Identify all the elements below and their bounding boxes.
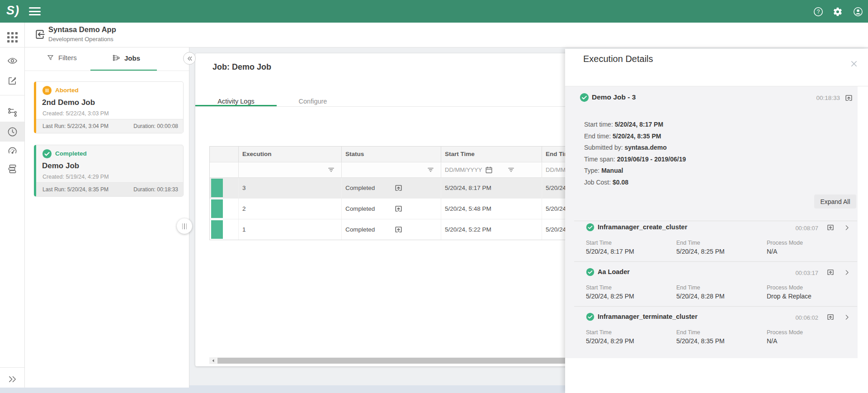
open-execution-icon[interactable] <box>394 184 403 192</box>
back-icon[interactable] <box>34 28 46 40</box>
process-start-label: Start Time <box>586 240 612 246</box>
open-execution-icon[interactable] <box>394 225 403 234</box>
process-start-label: Start Time <box>586 284 612 291</box>
tab-configure[interactable]: Configure <box>286 98 340 105</box>
process-mode-value: N/A <box>767 337 777 345</box>
process-end-value: 5/20/24, 8:25 PM <box>676 248 725 255</box>
app-subtitle: Development Operations <box>48 36 113 43</box>
scroll-left-arrow-icon[interactable] <box>209 357 217 364</box>
pipeline-flow-icon[interactable] <box>7 107 18 118</box>
start-time-filter-cell[interactable]: DD/MM/YYYY <box>441 162 542 177</box>
process-mode-label: Process Mode <box>767 284 803 291</box>
column-header-start-time[interactable]: Start Time <box>441 147 542 162</box>
topbar: S) ? <box>0 0 868 23</box>
job-last-run: Last Run: 5/20/24, 8:35 PM <box>42 183 108 196</box>
process-start-label: Start Time <box>586 329 612 336</box>
divider <box>25 71 189 71</box>
tab-filters-label: Filters <box>58 54 77 62</box>
calendar-icon[interactable] <box>485 166 493 174</box>
account-icon[interactable] <box>853 7 863 17</box>
process-duration: 00:08:07 <box>795 225 818 232</box>
filter-list-icon[interactable] <box>507 166 515 174</box>
view-eye-icon[interactable] <box>7 56 18 66</box>
execution-duration: 00:18:33 <box>816 95 840 101</box>
dashboard-gauge-icon[interactable] <box>7 146 18 156</box>
job-created-date: Created: 5/19/24, 4:29 PM <box>42 174 109 180</box>
tab-jobs[interactable]: Jobs <box>112 54 140 62</box>
process-end-label: End Time <box>676 240 700 246</box>
job-card-demo-job[interactable]: Completed Demo Job Created: 5/19/24, 4:2… <box>34 145 184 197</box>
jobs-flow-icon <box>112 54 120 62</box>
detail-row: End time: 5/20/24, 8:35 PM <box>584 131 686 142</box>
panel-resize-handle[interactable] <box>177 218 192 234</box>
apps-grid-icon[interactable] <box>7 32 18 43</box>
process-mode-label: Process Mode <box>767 240 803 246</box>
divider <box>574 306 857 307</box>
execution-details-list: Start time: 5/20/24, 8:17 PM End time: 5… <box>584 119 686 188</box>
execution-job-name: Demo Job - 3 <box>592 93 636 101</box>
edit-icon[interactable] <box>7 76 18 86</box>
filter-list-icon[interactable] <box>427 166 434 174</box>
execution-start-time: 5/20/24, 5:22 PM <box>441 219 542 240</box>
process-duration: 00:03:17 <box>795 270 818 276</box>
divider <box>574 261 857 262</box>
app-root: S) ? Syntasa Demo App Development Operat… <box>0 0 868 393</box>
execution-details-drawer: Execution Details Demo Job - 3 00:18:33 … <box>565 49 868 393</box>
job-card-2nd-demo-job[interactable]: Aborted 2nd Demo Job Created: 5/22/24, 3… <box>34 81 184 133</box>
settings-gear-icon[interactable] <box>833 7 843 17</box>
run-status-bar <box>211 199 223 218</box>
chevron-right-icon[interactable] <box>843 224 851 232</box>
job-status-badge: Aborted <box>55 87 79 94</box>
hamburger-menu-icon[interactable] <box>29 7 41 15</box>
drawer-title: Execution Details <box>583 54 653 64</box>
completed-check-icon <box>42 149 52 159</box>
open-process-icon[interactable] <box>826 313 835 321</box>
tab-jobs-label: Jobs <box>124 54 140 62</box>
job-duration: Duration: 00:18:33 <box>133 183 178 196</box>
aborted-pause-icon <box>42 85 52 95</box>
collapse-panel-button[interactable] <box>183 52 196 65</box>
filter-funnel-icon <box>47 54 54 62</box>
open-execution-icon[interactable] <box>394 204 403 213</box>
process-mode-value: Drop & Replace <box>767 293 811 300</box>
completed-check-icon <box>580 93 589 102</box>
job-card-footer: Last Run: 5/22/24, 3:04 PM Duration: 00:… <box>36 119 183 133</box>
expand-all-button[interactable]: Expand All <box>814 194 856 208</box>
page-title: Job: Demo Job <box>212 62 271 72</box>
process-mode-label: Process Mode <box>767 329 803 336</box>
open-process-icon[interactable] <box>826 268 835 276</box>
execution-start-time: 5/20/24, 8:17 PM <box>441 178 542 198</box>
expand-sidebar-icon[interactable] <box>7 374 18 384</box>
chevron-right-icon[interactable] <box>843 269 851 276</box>
run-status-bar <box>211 220 223 239</box>
app-header: Syntasa Demo App Development Operations <box>25 23 868 47</box>
detail-row: Time span: 2019/06/19 - 2019/06/19 <box>584 154 686 166</box>
status-filter-cell <box>342 162 441 177</box>
datasets-stack-icon[interactable] <box>7 164 18 174</box>
job-card-title: 2nd Demo Job <box>42 98 95 107</box>
column-header-status[interactable]: Status <box>342 147 441 162</box>
icon-sidebar <box>0 23 25 388</box>
column-header-execution[interactable]: Execution <box>239 147 342 162</box>
job-duration: Duration: 00:00:08 <box>133 119 178 133</box>
tab-filters[interactable]: Filters <box>47 54 77 62</box>
chevron-right-icon[interactable] <box>843 313 851 321</box>
process-duration: 00:06:02 <box>795 314 818 321</box>
process-end-label: End Time <box>676 284 700 291</box>
close-icon[interactable] <box>850 60 858 68</box>
open-execution-icon[interactable] <box>844 94 853 102</box>
job-card-title: Demo Job <box>42 161 79 170</box>
detail-row: Start time: 5/20/24, 8:17 PM <box>584 119 686 131</box>
syntasa-logo[interactable]: S) <box>6 4 19 18</box>
open-process-icon[interactable] <box>826 223 835 232</box>
execution-number: 3 <box>239 178 342 198</box>
filter-list-icon[interactable] <box>327 166 335 174</box>
process-mode-value: N/A <box>767 248 777 255</box>
tab-activity-logs[interactable]: Activity Logs <box>195 98 277 105</box>
detail-row: Job Cost: $0.08 <box>584 177 686 189</box>
detail-row: Type: Manual <box>584 165 686 177</box>
history-clock-icon[interactable] <box>7 127 18 137</box>
process-name: Aa Loader <box>598 268 630 275</box>
completed-check-icon <box>586 223 594 232</box>
help-icon[interactable]: ? <box>813 7 823 17</box>
